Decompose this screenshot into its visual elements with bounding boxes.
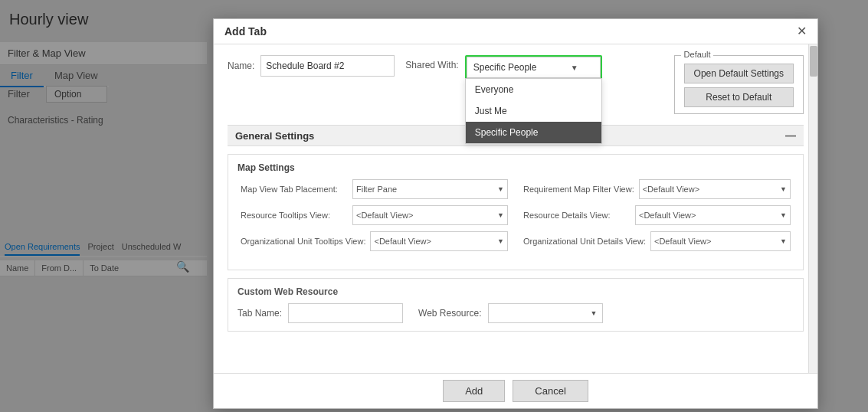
web-resource-label: Web Resource:: [418, 308, 481, 319]
dialog-title: Add Tab: [224, 25, 267, 38]
web-resource-field: Web Resource: ▼: [418, 303, 602, 323]
custom-web-resource-section: Custom Web Resource Tab Name: Web Resour…: [228, 278, 804, 332]
open-default-settings-button[interactable]: Open Default Settings: [684, 64, 794, 83]
tab-name-field: Tab Name:: [237, 303, 403, 323]
dialog-close-button[interactable]: ✕: [797, 25, 807, 38]
resource-details-select[interactable]: <Default View> ▼: [635, 205, 791, 225]
dropdown-item-just-me[interactable]: Just Me: [466, 100, 601, 122]
map-settings-grid: Map View Tab Placement: Filter Pane ▼ Re…: [237, 179, 794, 251]
shared-select-button[interactable]: Specific People ▼: [467, 57, 601, 78]
map-settings-section: Map Settings Map View Tab Placement: Fil…: [228, 154, 804, 270]
req-map-filter-value: <Default View>: [643, 185, 699, 194]
web-resource-arrow-icon: ▼: [591, 309, 598, 317]
top-row: Name: Shared With: Specific People ▼ Eve…: [228, 55, 804, 114]
web-resource-select[interactable]: ▼: [488, 303, 603, 323]
shared-dropdown-container: Specific People ▼ Everyone Just Me Speci…: [465, 55, 602, 80]
dialog-body: Name: Shared With: Specific People ▼ Eve…: [214, 44, 817, 373]
setting-row-map-tab-placement: Map View Tab Placement: Filter Pane ▼: [241, 179, 508, 199]
map-settings-title: Map Settings: [237, 162, 794, 173]
shared-dropdown-menu: Everyone Just Me Specific People: [465, 78, 602, 144]
resource-details-arrow-icon: ▼: [780, 211, 787, 219]
custom-web-resource-title: Custom Web Resource: [237, 286, 794, 297]
req-map-filter-select[interactable]: <Default View> ▼: [639, 179, 791, 199]
resource-tooltips-arrow-icon: ▼: [497, 211, 504, 219]
default-box-buttons: Open Default Settings Reset to Default: [684, 64, 794, 107]
default-box: Default Open Default Settings Reset to D…: [674, 55, 804, 114]
reset-to-default-button[interactable]: Reset to Default: [684, 87, 794, 107]
add-button[interactable]: Add: [443, 380, 505, 402]
tab-name-input[interactable]: [288, 303, 403, 323]
req-map-filter-label: Requirement Map Filter View:: [523, 185, 634, 194]
resource-details-label: Resource Details View:: [523, 211, 631, 220]
general-settings-title: General Settings: [235, 130, 314, 142]
shared-with-group: Shared With: Specific People ▼ Everyone …: [405, 55, 601, 80]
org-unit-tooltips-value: <Default View>: [374, 237, 431, 246]
map-tab-placement-arrow-icon: ▼: [497, 185, 504, 193]
dialog-footer: Add Cancel: [214, 373, 817, 408]
shared-select-arrow-icon: ▼: [571, 64, 578, 72]
org-unit-tooltips-arrow-icon: ▼: [497, 237, 504, 245]
resource-details-value: <Default View>: [639, 211, 696, 220]
map-tab-placement-label: Map View Tab Placement:: [241, 185, 348, 194]
shared-with-label: Shared With:: [405, 55, 458, 70]
default-box-title: Default: [681, 50, 714, 59]
dialog-titlebar: Add Tab ✕: [214, 19, 817, 44]
name-input[interactable]: [260, 55, 395, 77]
add-tab-dialog: Add Tab ✕ Name: Shared With: Specific Pe…: [213, 18, 818, 409]
setting-row-resource-tooltips: Resource Tooltips View: <Default View> ▼: [241, 205, 508, 225]
req-map-filter-arrow-icon: ▼: [780, 185, 787, 193]
org-unit-details-arrow-icon: ▼: [780, 237, 787, 245]
org-unit-tooltips-select[interactable]: <Default View> ▼: [370, 231, 508, 251]
cancel-button[interactable]: Cancel: [513, 380, 588, 402]
setting-row-req-map-filter: Requirement Map Filter View: <Default Vi…: [523, 179, 791, 199]
org-unit-details-select[interactable]: <Default View> ▼: [650, 231, 791, 251]
map-tab-placement-select[interactable]: Filter Pane ▼: [352, 179, 508, 199]
dialog-scrollbar-thumb: [810, 46, 817, 77]
name-label: Name:: [228, 60, 254, 71]
setting-row-resource-details: Resource Details View: <Default View> ▼: [523, 205, 791, 225]
resource-tooltips-label: Resource Tooltips View:: [241, 211, 348, 220]
tab-name-label: Tab Name:: [237, 308, 282, 319]
org-unit-tooltips-label: Organizational Unit Tooltips View:: [241, 237, 365, 246]
setting-row-org-unit-details: Organizational Unit Details View: <Defau…: [523, 231, 791, 251]
general-settings-collapse-icon[interactable]: —: [785, 129, 796, 142]
custom-web-resource-row: Tab Name: Web Resource: ▼: [237, 303, 794, 323]
shared-selected-value: Specific People: [473, 62, 537, 73]
org-unit-details-value: <Default View>: [654, 237, 711, 246]
map-tab-placement-value: Filter Pane: [356, 185, 397, 194]
resource-tooltips-select[interactable]: <Default View> ▼: [352, 205, 508, 225]
setting-row-org-unit-tooltips: Organizational Unit Tooltips View: <Defa…: [241, 231, 508, 251]
dropdown-item-specific-people[interactable]: Specific People: [466, 122, 601, 143]
dropdown-item-everyone[interactable]: Everyone: [466, 79, 601, 100]
org-unit-details-label: Organizational Unit Details View:: [523, 237, 646, 246]
name-group: Name:: [228, 55, 395, 77]
dialog-scrollbar[interactable]: [808, 44, 817, 373]
resource-tooltips-value: <Default View>: [356, 211, 413, 220]
